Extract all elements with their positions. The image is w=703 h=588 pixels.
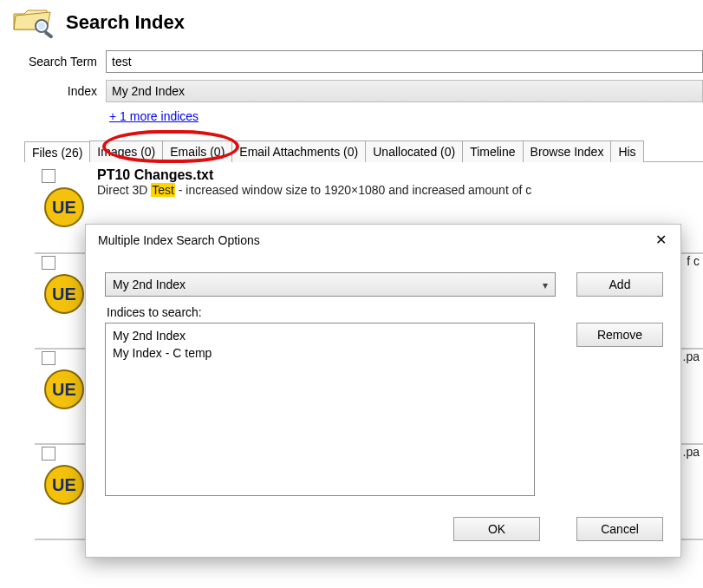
svg-text:UE: UE <box>52 198 76 217</box>
index-label: Index <box>12 84 106 98</box>
result-tabs: Files (26) Images (0) Emails (0) Email A… <box>24 140 703 162</box>
svg-rect-2 <box>44 30 54 38</box>
result-checkbox[interactable] <box>42 351 55 365</box>
svg-text:UE: UE <box>52 284 76 304</box>
tab-emails[interactable]: Emails (0) <box>162 140 232 162</box>
svg-text:UE: UE <box>52 380 76 399</box>
snippet-before: Direct 3D <box>97 183 151 197</box>
snippet-after: - increased window size to 1920×1080 and… <box>175 183 531 197</box>
multiple-index-dialog: Multiple Index Search Options ✕ My 2nd I… <box>85 224 681 558</box>
ultraedit-icon: UE <box>43 369 85 410</box>
tab-timeline[interactable]: Timeline <box>462 140 523 162</box>
ultraedit-icon: UE <box>43 464 85 506</box>
add-button[interactable]: Add <box>576 272 663 297</box>
snippet-match: Test <box>151 183 175 197</box>
remove-button[interactable]: Remove <box>576 323 663 347</box>
index-dropdown-value: My 2nd Index <box>112 84 185 98</box>
result-file-title: PT10 Changes.txt <box>97 167 703 183</box>
indices-to-search-label: Indices to search: <box>107 305 663 319</box>
dialog-select-row: My 2nd Index Add <box>105 272 663 297</box>
ultraedit-icon: UE <box>43 273 85 315</box>
result-checkbox[interactable] <box>42 256 55 270</box>
dialog-footer: OK Cancel <box>86 503 680 557</box>
dialog-titlebar: Multiple Index Search Options ✕ <box>86 225 680 255</box>
index-select[interactable]: My 2nd Index <box>105 272 556 297</box>
dialog-title: Multiple Index Search Options <box>98 233 260 247</box>
list-item[interactable]: My Index - C temp <box>113 344 527 362</box>
page-title: Search Index <box>66 11 185 34</box>
search-term-row: Search Term <box>0 47 703 76</box>
ultraedit-icon: UE <box>43 186 85 228</box>
dialog-close-button[interactable]: ✕ <box>650 232 672 248</box>
dialog-columns: My 2nd Index My Index - C temp Remove <box>105 323 663 496</box>
search-term-label: Search Term <box>12 55 106 69</box>
index-dropdown[interactable]: My 2nd Index <box>106 80 703 102</box>
tab-unallocated[interactable]: Unallocated (0) <box>365 140 463 162</box>
svg-text:UE: UE <box>52 475 76 494</box>
result-checkbox[interactable] <box>42 447 55 461</box>
svg-point-1 <box>38 23 45 29</box>
result-snippet: Direct 3D Test - increased window size t… <box>97 183 703 197</box>
tab-images[interactable]: Images (0) <box>89 140 163 162</box>
close-icon: ✕ <box>655 232 667 247</box>
more-indices-link[interactable]: + 1 more indices <box>106 108 202 125</box>
search-folder-icon <box>12 7 55 38</box>
tab-email-attachments[interactable]: Email Attachments (0) <box>231 140 366 162</box>
dialog-body: My 2nd Index Add Indices to search: My 2… <box>86 255 680 503</box>
list-item[interactable]: My 2nd Index <box>113 327 527 344</box>
search-term-input[interactable] <box>106 50 703 73</box>
chevron-down-icon <box>537 278 548 291</box>
index-select-value: My 2nd Index <box>113 278 186 291</box>
ok-button[interactable]: OK <box>453 517 540 541</box>
app-header: Search Index <box>0 0 703 47</box>
tab-browse-index[interactable]: Browse Index <box>523 140 612 162</box>
indices-listbox[interactable]: My 2nd Index My Index - C temp <box>105 323 535 496</box>
tab-history-partial[interactable]: His <box>610 140 643 162</box>
tab-files[interactable]: Files (26) <box>24 141 90 162</box>
result-checkbox[interactable] <box>42 169 55 183</box>
index-row: Index My 2nd Index <box>0 76 703 106</box>
cancel-button[interactable]: Cancel <box>576 517 663 541</box>
